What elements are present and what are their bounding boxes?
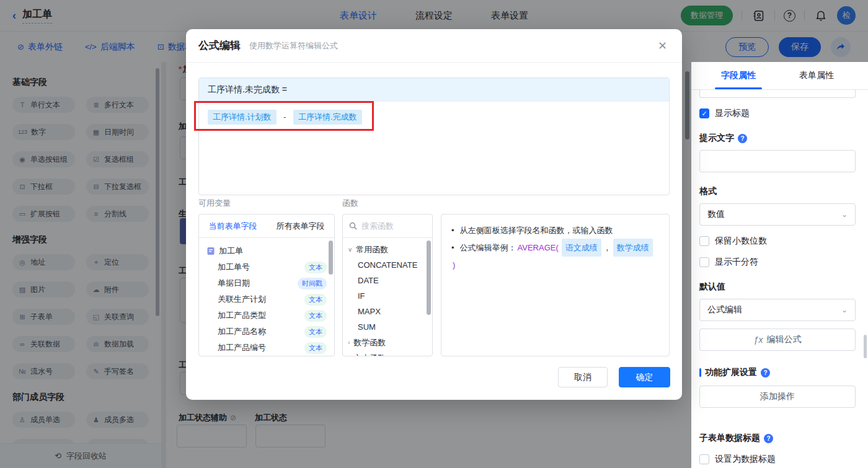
type-badge: 文本 [304,262,327,273]
decimal-label: 保留小数位数 [715,236,767,247]
function-search-input[interactable] [361,221,420,231]
checkbox-checked-icon[interactable]: ✓ [699,108,709,118]
bullet: • [451,239,454,256]
default-value: 公式编辑 [707,304,742,316]
tab-form-properties[interactable]: 表单属性 [777,62,856,89]
set-data-title-label: 设置为数据标题 [715,454,776,465]
variable-item[interactable]: 加工单号文本 [199,259,334,275]
variable-item[interactable]: 加工产品类型文本 [199,307,334,324]
form-designer-app: ‹ 加工单 表单设计 流程设定 表单设置 数据管理 ? 检 ⊘ 表单外链 [0,0,868,468]
close-icon[interactable]: ✕ [655,37,670,55]
edit-formula-label: 编辑公式 [766,334,801,345]
format-select[interactable]: 数值 ⌄ [699,203,856,226]
add-action-label: 添加操作 [760,391,795,402]
properties-panel: 字段属性 表单属性 ✓ 显示标题 提示文字 ? 格式 数值 ⌄ 保留小数位数 显… [691,62,868,468]
help-icon[interactable]: ? [738,134,747,143]
decimal-row[interactable]: 保留小数位数 [699,236,856,247]
tip-line-2: • 公式编辑举例：AVERAGE(语文成绩，数学成绩) [451,239,659,273]
tab-field-properties[interactable]: 字段属性 [699,62,777,89]
type-badge: 文本 [304,326,327,338]
help-icon[interactable]: ? [764,434,773,443]
formula-field-chip[interactable]: 工序详情.完成数 [293,110,362,125]
variables-root[interactable]: 加工单 [199,243,334,259]
chevron-right-icon: › [348,355,350,356]
thousand-label: 显示千分符 [715,257,758,268]
function-name-example: AVERAGE( [518,239,559,256]
modal-header: 公式编辑 使用数学运算符编辑公式 ✕ [186,29,682,63]
function-close-paren: ) [453,257,455,273]
section-bar [699,368,701,377]
properties-tabs: 字段属性 表单属性 [691,62,868,90]
variables-panel: 当前表单字段 所有表单字段 加工单 加工单号文本 单据日期时间戳 关联生产计划文… [198,214,335,356]
title-input-partial[interactable] [699,90,856,98]
functions-label: 函数 [342,198,358,209]
type-badge: 文本 [304,310,327,322]
show-title-label: 显示标题 [715,108,750,119]
format-value: 数值 [707,209,725,220]
type-badge: 时间戳 [298,278,327,289]
function-item[interactable]: SUM [343,319,432,335]
function-item[interactable]: MAPX [343,304,432,319]
variable-item[interactable]: 加工产品名称文本 [199,324,334,340]
modal-subtitle: 使用数学运算符编辑公式 [249,40,338,51]
fx-icon: ƒx [754,335,763,345]
tab-current-form-fields[interactable]: 当前表单字段 [199,214,267,237]
function-item[interactable]: DATE [343,273,432,288]
set-data-title-row[interactable]: 设置为数据标题 [699,454,856,465]
hint-label: 提示文字 ? [699,133,856,144]
help-icon[interactable]: ? [761,368,770,377]
variables-tabs: 当前表单字段 所有表单字段 [199,214,334,238]
chevron-down-icon: ⌄ [841,210,848,219]
formula-editor[interactable]: 工序详情.未完成数 = 工序详情.计划数 - 工序详情.完成数 [198,77,670,195]
chevron-down-icon: ⌄ [841,306,848,314]
type-badge: 文本 [304,342,327,354]
confirm-button[interactable]: 确定 [619,367,670,387]
formula-expression[interactable]: 工序详情.计划数 - 工序详情.完成数 [199,102,669,133]
variables-label: 可用变量 [198,198,231,209]
variable-item[interactable]: 单据日期时间戳 [199,275,334,291]
function-group-math[interactable]: ›数学函数 [343,335,432,350]
cancel-button[interactable]: 取消 [558,367,608,387]
formula-operator: - [283,112,286,121]
function-item[interactable]: CONCATENATE [343,257,432,273]
thousand-row[interactable]: 显示千分符 [699,257,856,268]
formula-edit-modal: 公式编辑 使用数学运算符编辑公式 ✕ 工序详情.未完成数 = 工序详情.计划数 … [186,29,682,400]
properties-scrollbar[interactable] [864,335,867,358]
function-group-common[interactable]: ∨常用函数 [343,242,432,257]
chevron-right-icon: › [348,339,350,346]
formula-tips-panel: • 从左侧面板选择字段名和函数，或输入函数 • 公式编辑举例：AVERAGE(语… [441,214,670,356]
subform-title-header: 子表单数据标题 ? [699,433,856,444]
formula-field-chip[interactable]: 工序详情.计划数 [208,110,277,125]
variable-item[interactable]: 加工产品编号文本 [199,340,334,356]
function-group-text[interactable]: ›文本函数 [343,350,432,356]
function-search [343,214,432,238]
modal-title: 公式编辑 [198,38,241,53]
variable-item[interactable]: 关联生产计划文本 [199,291,334,307]
edit-formula-button[interactable]: ƒx 编辑公式 [699,329,856,351]
variables-scrollbar[interactable] [329,241,333,275]
functions-scrollbar[interactable] [427,241,431,315]
functions-panel: ∨常用函数 CONCATENATE DATE IF MAPX SUM ›数学函数… [342,214,433,356]
bullet: • [451,222,454,239]
show-title-row[interactable]: ✓ 显示标题 [699,108,856,119]
tab-all-form-fields[interactable]: 所有表单字段 [267,214,334,237]
format-label: 格式 [699,186,856,197]
default-value-label: 默认值 [699,281,856,293]
form-doc-icon [206,247,215,255]
checkbox-unchecked-icon[interactable] [699,257,709,267]
type-badge: 文本 [304,294,327,306]
hint-input[interactable] [699,150,856,172]
example-field-chip: 语文成绩 [562,239,601,257]
chevron-down-icon: ∨ [348,246,352,253]
checkbox-unchecked-icon[interactable] [699,236,709,246]
default-value-select[interactable]: 公式编辑 ⌄ [699,299,856,321]
add-action-button[interactable]: 添加操作 [699,386,856,408]
variables-root-label: 加工单 [219,245,243,257]
function-item[interactable]: IF [343,288,432,304]
formula-target: 工序详情.未完成数 = [199,78,669,102]
example-field-chip: 数学成绩 [613,239,653,257]
search-icon [349,222,357,230]
extension-settings-header: 功能扩展设置 ? [699,367,856,378]
checkbox-unchecked-icon[interactable] [699,454,709,464]
tip-line-1: • 从左侧面板选择字段名和函数，或输入函数 [451,222,659,239]
